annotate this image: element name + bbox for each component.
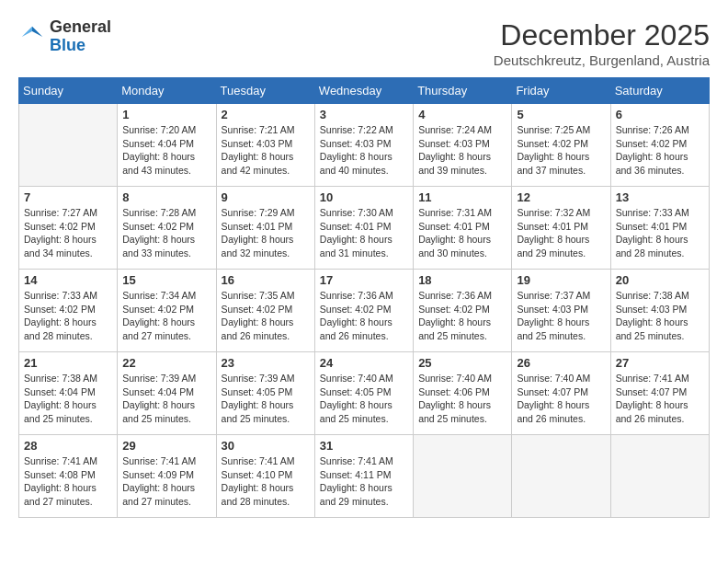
day-info: Sunrise: 7:26 AMSunset: 4:02 PMDaylight:… xyxy=(616,123,704,178)
day-number: 23 xyxy=(222,356,310,370)
day-cell xyxy=(19,104,118,187)
weekday-header-wednesday: Wednesday xyxy=(314,78,413,104)
day-info: Sunrise: 7:27 AMSunset: 4:02 PMDaylight:… xyxy=(24,206,112,260)
logo: General Blue xyxy=(18,18,111,55)
day-cell: 11Sunrise: 7:31 AMSunset: 4:01 PMDayligh… xyxy=(414,187,512,270)
weekday-header-saturday: Saturday xyxy=(610,78,709,104)
day-cell: 28Sunrise: 7:41 AMSunset: 4:08 PMDayligh… xyxy=(19,435,118,518)
day-cell: 6Sunrise: 7:26 AMSunset: 4:02 PMDaylight… xyxy=(610,104,709,187)
day-cell: 2Sunrise: 7:21 AMSunset: 4:03 PMDaylight… xyxy=(216,104,314,187)
day-info: Sunrise: 7:41 AMSunset: 4:08 PMDaylight:… xyxy=(24,454,112,509)
day-number: 14 xyxy=(24,273,112,287)
day-info: Sunrise: 7:30 AMSunset: 4:01 PMDaylight:… xyxy=(320,206,408,260)
day-number: 11 xyxy=(418,190,506,204)
day-cell: 31Sunrise: 7:41 AMSunset: 4:11 PMDayligh… xyxy=(314,435,413,518)
day-number: 25 xyxy=(418,356,506,370)
day-info: Sunrise: 7:33 AMSunset: 4:02 PMDaylight:… xyxy=(24,289,112,343)
day-info: Sunrise: 7:34 AMSunset: 4:02 PMDaylight:… xyxy=(122,289,210,343)
weekday-header-friday: Friday xyxy=(512,78,610,104)
day-info: Sunrise: 7:38 AMSunset: 4:04 PMDaylight:… xyxy=(24,372,112,426)
day-cell: 29Sunrise: 7:41 AMSunset: 4:09 PMDayligh… xyxy=(118,435,216,518)
day-cell: 15Sunrise: 7:34 AMSunset: 4:02 PMDayligh… xyxy=(118,270,216,352)
svg-marker-0 xyxy=(32,27,42,37)
day-cell: 18Sunrise: 7:36 AMSunset: 4:02 PMDayligh… xyxy=(414,270,512,352)
day-number: 1 xyxy=(122,108,210,121)
day-number: 13 xyxy=(616,190,704,204)
week-row-4: 21Sunrise: 7:38 AMSunset: 4:04 PMDayligh… xyxy=(19,352,710,435)
day-cell: 21Sunrise: 7:38 AMSunset: 4:04 PMDayligh… xyxy=(19,352,118,435)
day-info: Sunrise: 7:37 AMSunset: 4:03 PMDaylight:… xyxy=(517,289,605,343)
day-info: Sunrise: 7:39 AMSunset: 4:04 PMDaylight:… xyxy=(122,372,210,426)
day-number: 19 xyxy=(517,273,605,287)
day-number: 7 xyxy=(24,190,112,204)
day-cell: 20Sunrise: 7:38 AMSunset: 4:03 PMDayligh… xyxy=(610,270,709,352)
calendar: SundayMondayTuesdayWednesdayThursdayFrid… xyxy=(18,77,710,518)
day-number: 27 xyxy=(616,356,704,370)
month-title: December 2025 xyxy=(494,18,710,52)
week-row-2: 7Sunrise: 7:27 AMSunset: 4:02 PMDaylight… xyxy=(19,187,710,270)
logo-text: General Blue xyxy=(50,18,111,55)
svg-marker-1 xyxy=(22,27,32,37)
day-cell: 10Sunrise: 7:30 AMSunset: 4:01 PMDayligh… xyxy=(314,187,413,270)
day-info: Sunrise: 7:40 AMSunset: 4:06 PMDaylight:… xyxy=(418,372,506,426)
day-number: 21 xyxy=(24,356,112,370)
logo-blue: Blue xyxy=(50,36,85,54)
day-cell: 14Sunrise: 7:33 AMSunset: 4:02 PMDayligh… xyxy=(19,270,118,352)
day-info: Sunrise: 7:40 AMSunset: 4:07 PMDaylight:… xyxy=(517,372,605,426)
day-info: Sunrise: 7:41 AMSunset: 4:09 PMDaylight:… xyxy=(122,454,210,509)
day-number: 18 xyxy=(418,273,506,287)
week-row-3: 14Sunrise: 7:33 AMSunset: 4:02 PMDayligh… xyxy=(19,270,710,352)
day-cell: 23Sunrise: 7:39 AMSunset: 4:05 PMDayligh… xyxy=(216,352,314,435)
day-number: 28 xyxy=(24,439,112,453)
day-info: Sunrise: 7:21 AMSunset: 4:03 PMDaylight:… xyxy=(222,123,310,178)
day-info: Sunrise: 7:36 AMSunset: 4:02 PMDaylight:… xyxy=(320,289,408,343)
day-number: 29 xyxy=(122,439,210,453)
day-info: Sunrise: 7:29 AMSunset: 4:01 PMDaylight:… xyxy=(222,206,310,260)
day-cell: 12Sunrise: 7:32 AMSunset: 4:01 PMDayligh… xyxy=(512,187,610,270)
week-row-1: 1Sunrise: 7:20 AMSunset: 4:04 PMDaylight… xyxy=(19,104,710,187)
day-info: Sunrise: 7:41 AMSunset: 4:10 PMDaylight:… xyxy=(222,454,310,509)
day-info: Sunrise: 7:25 AMSunset: 4:02 PMDaylight:… xyxy=(517,123,605,178)
day-info: Sunrise: 7:36 AMSunset: 4:02 PMDaylight:… xyxy=(418,289,506,343)
day-number: 2 xyxy=(222,108,310,121)
day-cell: 27Sunrise: 7:41 AMSunset: 4:07 PMDayligh… xyxy=(610,352,709,435)
weekday-header-row: SundayMondayTuesdayWednesdayThursdayFrid… xyxy=(19,78,710,104)
day-cell: 25Sunrise: 7:40 AMSunset: 4:06 PMDayligh… xyxy=(414,352,512,435)
day-number: 3 xyxy=(320,108,408,121)
day-number: 22 xyxy=(122,356,210,370)
day-cell: 26Sunrise: 7:40 AMSunset: 4:07 PMDayligh… xyxy=(512,352,610,435)
day-number: 15 xyxy=(122,273,210,287)
logo-icon xyxy=(18,23,46,51)
day-cell: 9Sunrise: 7:29 AMSunset: 4:01 PMDaylight… xyxy=(216,187,314,270)
day-number: 5 xyxy=(517,108,605,121)
day-cell xyxy=(414,435,512,518)
day-cell: 30Sunrise: 7:41 AMSunset: 4:10 PMDayligh… xyxy=(216,435,314,518)
day-info: Sunrise: 7:31 AMSunset: 4:01 PMDaylight:… xyxy=(418,206,506,260)
day-cell: 3Sunrise: 7:22 AMSunset: 4:03 PMDaylight… xyxy=(314,104,413,187)
week-row-5: 28Sunrise: 7:41 AMSunset: 4:08 PMDayligh… xyxy=(19,435,710,518)
day-cell: 8Sunrise: 7:28 AMSunset: 4:02 PMDaylight… xyxy=(118,187,216,270)
day-number: 17 xyxy=(320,273,408,287)
title-block: December 2025 Deutschkreutz, Burgenland,… xyxy=(494,18,710,68)
day-cell: 4Sunrise: 7:24 AMSunset: 4:03 PMDaylight… xyxy=(414,104,512,187)
day-number: 6 xyxy=(616,108,704,121)
day-cell: 7Sunrise: 7:27 AMSunset: 4:02 PMDaylight… xyxy=(19,187,118,270)
day-cell: 24Sunrise: 7:40 AMSunset: 4:05 PMDayligh… xyxy=(314,352,413,435)
day-info: Sunrise: 7:28 AMSunset: 4:02 PMDaylight:… xyxy=(122,206,210,260)
day-cell: 5Sunrise: 7:25 AMSunset: 4:02 PMDaylight… xyxy=(512,104,610,187)
day-cell: 1Sunrise: 7:20 AMSunset: 4:04 PMDaylight… xyxy=(118,104,216,187)
page-header: General Blue December 2025 Deutschkreutz… xyxy=(18,18,710,68)
day-cell xyxy=(512,435,610,518)
day-number: 10 xyxy=(320,190,408,204)
day-info: Sunrise: 7:38 AMSunset: 4:03 PMDaylight:… xyxy=(616,289,704,343)
weekday-header-sunday: Sunday xyxy=(19,78,118,104)
day-number: 24 xyxy=(320,356,408,370)
day-cell: 13Sunrise: 7:33 AMSunset: 4:01 PMDayligh… xyxy=(610,187,709,270)
day-number: 12 xyxy=(517,190,605,204)
weekday-header-monday: Monday xyxy=(118,78,216,104)
day-number: 16 xyxy=(222,273,310,287)
day-cell: 17Sunrise: 7:36 AMSunset: 4:02 PMDayligh… xyxy=(314,270,413,352)
weekday-header-tuesday: Tuesday xyxy=(216,78,314,104)
logo-general: General xyxy=(50,17,111,36)
day-number: 9 xyxy=(222,190,310,204)
